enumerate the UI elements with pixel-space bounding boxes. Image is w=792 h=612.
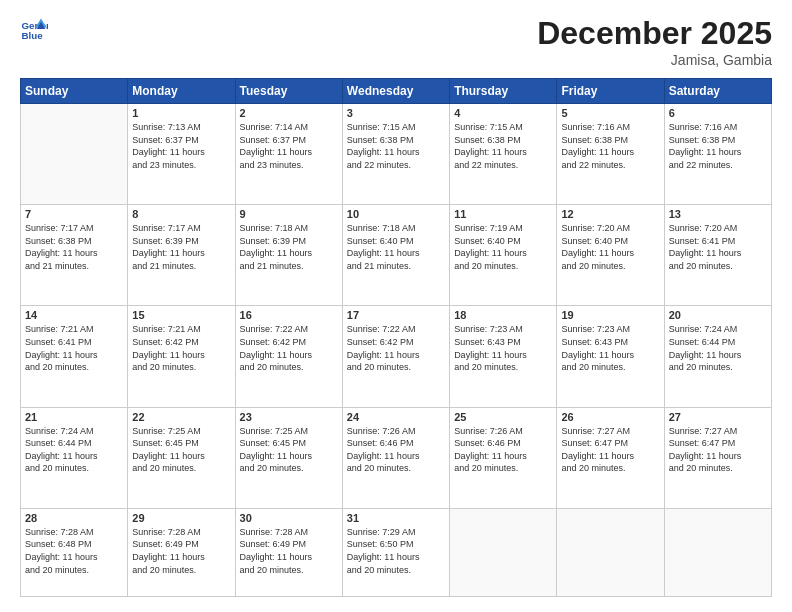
day-info: Sunrise: 7:28 AMSunset: 6:48 PMDaylight:… <box>25 526 123 576</box>
day-info: Sunrise: 7:18 AMSunset: 6:39 PMDaylight:… <box>240 222 338 272</box>
table-row: 2Sunrise: 7:14 AMSunset: 6:37 PMDaylight… <box>235 104 342 205</box>
table-row: 11Sunrise: 7:19 AMSunset: 6:40 PMDayligh… <box>450 205 557 306</box>
table-row: 16Sunrise: 7:22 AMSunset: 6:42 PMDayligh… <box>235 306 342 407</box>
table-row: 23Sunrise: 7:25 AMSunset: 6:45 PMDayligh… <box>235 407 342 508</box>
logo: General Blue <box>20 15 52 43</box>
month-title: December 2025 <box>537 15 772 52</box>
table-row: 24Sunrise: 7:26 AMSunset: 6:46 PMDayligh… <box>342 407 449 508</box>
day-number: 17 <box>347 309 445 321</box>
table-row: 26Sunrise: 7:27 AMSunset: 6:47 PMDayligh… <box>557 407 664 508</box>
day-info: Sunrise: 7:28 AMSunset: 6:49 PMDaylight:… <box>132 526 230 576</box>
day-number: 24 <box>347 411 445 423</box>
day-info: Sunrise: 7:16 AMSunset: 6:38 PMDaylight:… <box>561 121 659 171</box>
table-row: 1Sunrise: 7:13 AMSunset: 6:37 PMDaylight… <box>128 104 235 205</box>
table-row: 13Sunrise: 7:20 AMSunset: 6:41 PMDayligh… <box>664 205 771 306</box>
day-info: Sunrise: 7:17 AMSunset: 6:39 PMDaylight:… <box>132 222 230 272</box>
table-row: 8Sunrise: 7:17 AMSunset: 6:39 PMDaylight… <box>128 205 235 306</box>
table-row: 30Sunrise: 7:28 AMSunset: 6:49 PMDayligh… <box>235 508 342 596</box>
table-row: 14Sunrise: 7:21 AMSunset: 6:41 PMDayligh… <box>21 306 128 407</box>
table-row: 17Sunrise: 7:22 AMSunset: 6:42 PMDayligh… <box>342 306 449 407</box>
col-tuesday: Tuesday <box>235 79 342 104</box>
table-row: 22Sunrise: 7:25 AMSunset: 6:45 PMDayligh… <box>128 407 235 508</box>
day-number: 6 <box>669 107 767 119</box>
table-row: 19Sunrise: 7:23 AMSunset: 6:43 PMDayligh… <box>557 306 664 407</box>
day-number: 27 <box>669 411 767 423</box>
day-info: Sunrise: 7:14 AMSunset: 6:37 PMDaylight:… <box>240 121 338 171</box>
day-number: 19 <box>561 309 659 321</box>
col-thursday: Thursday <box>450 79 557 104</box>
day-number: 21 <box>25 411 123 423</box>
day-number: 5 <box>561 107 659 119</box>
day-info: Sunrise: 7:29 AMSunset: 6:50 PMDaylight:… <box>347 526 445 576</box>
day-number: 15 <box>132 309 230 321</box>
col-wednesday: Wednesday <box>342 79 449 104</box>
table-row: 20Sunrise: 7:24 AMSunset: 6:44 PMDayligh… <box>664 306 771 407</box>
day-number: 30 <box>240 512 338 524</box>
day-info: Sunrise: 7:23 AMSunset: 6:43 PMDaylight:… <box>561 323 659 373</box>
day-info: Sunrise: 7:24 AMSunset: 6:44 PMDaylight:… <box>25 425 123 475</box>
calendar-table: Sunday Monday Tuesday Wednesday Thursday… <box>20 78 772 597</box>
table-row <box>450 508 557 596</box>
generalblue-icon: General Blue <box>20 15 48 43</box>
table-row: 15Sunrise: 7:21 AMSunset: 6:42 PMDayligh… <box>128 306 235 407</box>
table-row: 9Sunrise: 7:18 AMSunset: 6:39 PMDaylight… <box>235 205 342 306</box>
day-info: Sunrise: 7:16 AMSunset: 6:38 PMDaylight:… <box>669 121 767 171</box>
table-row: 18Sunrise: 7:23 AMSunset: 6:43 PMDayligh… <box>450 306 557 407</box>
table-row: 21Sunrise: 7:24 AMSunset: 6:44 PMDayligh… <box>21 407 128 508</box>
day-number: 2 <box>240 107 338 119</box>
table-row: 12Sunrise: 7:20 AMSunset: 6:40 PMDayligh… <box>557 205 664 306</box>
header: General Blue December 2025 Jamisa, Gambi… <box>20 15 772 68</box>
day-info: Sunrise: 7:21 AMSunset: 6:41 PMDaylight:… <box>25 323 123 373</box>
header-row: Sunday Monday Tuesday Wednesday Thursday… <box>21 79 772 104</box>
page: General Blue December 2025 Jamisa, Gambi… <box>0 0 792 612</box>
title-block: December 2025 Jamisa, Gambia <box>537 15 772 68</box>
table-row: 29Sunrise: 7:28 AMSunset: 6:49 PMDayligh… <box>128 508 235 596</box>
table-row: 3Sunrise: 7:15 AMSunset: 6:38 PMDaylight… <box>342 104 449 205</box>
day-info: Sunrise: 7:27 AMSunset: 6:47 PMDaylight:… <box>561 425 659 475</box>
day-number: 12 <box>561 208 659 220</box>
table-row <box>21 104 128 205</box>
day-number: 9 <box>240 208 338 220</box>
day-info: Sunrise: 7:22 AMSunset: 6:42 PMDaylight:… <box>240 323 338 373</box>
day-number: 23 <box>240 411 338 423</box>
day-number: 4 <box>454 107 552 119</box>
day-number: 7 <box>25 208 123 220</box>
day-info: Sunrise: 7:26 AMSunset: 6:46 PMDaylight:… <box>347 425 445 475</box>
day-number: 11 <box>454 208 552 220</box>
day-info: Sunrise: 7:25 AMSunset: 6:45 PMDaylight:… <box>240 425 338 475</box>
svg-text:Blue: Blue <box>21 30 43 41</box>
table-row: 31Sunrise: 7:29 AMSunset: 6:50 PMDayligh… <box>342 508 449 596</box>
col-monday: Monday <box>128 79 235 104</box>
day-number: 3 <box>347 107 445 119</box>
day-info: Sunrise: 7:20 AMSunset: 6:41 PMDaylight:… <box>669 222 767 272</box>
day-info: Sunrise: 7:21 AMSunset: 6:42 PMDaylight:… <box>132 323 230 373</box>
table-row: 25Sunrise: 7:26 AMSunset: 6:46 PMDayligh… <box>450 407 557 508</box>
day-info: Sunrise: 7:15 AMSunset: 6:38 PMDaylight:… <box>454 121 552 171</box>
day-info: Sunrise: 7:19 AMSunset: 6:40 PMDaylight:… <box>454 222 552 272</box>
day-number: 13 <box>669 208 767 220</box>
col-saturday: Saturday <box>664 79 771 104</box>
table-row: 10Sunrise: 7:18 AMSunset: 6:40 PMDayligh… <box>342 205 449 306</box>
day-number: 16 <box>240 309 338 321</box>
day-number: 14 <box>25 309 123 321</box>
day-info: Sunrise: 7:18 AMSunset: 6:40 PMDaylight:… <box>347 222 445 272</box>
day-info: Sunrise: 7:17 AMSunset: 6:38 PMDaylight:… <box>25 222 123 272</box>
table-row: 7Sunrise: 7:17 AMSunset: 6:38 PMDaylight… <box>21 205 128 306</box>
day-info: Sunrise: 7:22 AMSunset: 6:42 PMDaylight:… <box>347 323 445 373</box>
day-info: Sunrise: 7:13 AMSunset: 6:37 PMDaylight:… <box>132 121 230 171</box>
day-info: Sunrise: 7:20 AMSunset: 6:40 PMDaylight:… <box>561 222 659 272</box>
day-number: 28 <box>25 512 123 524</box>
day-info: Sunrise: 7:28 AMSunset: 6:49 PMDaylight:… <box>240 526 338 576</box>
day-number: 20 <box>669 309 767 321</box>
day-number: 25 <box>454 411 552 423</box>
table-row: 4Sunrise: 7:15 AMSunset: 6:38 PMDaylight… <box>450 104 557 205</box>
day-number: 8 <box>132 208 230 220</box>
day-info: Sunrise: 7:25 AMSunset: 6:45 PMDaylight:… <box>132 425 230 475</box>
col-friday: Friday <box>557 79 664 104</box>
day-info: Sunrise: 7:15 AMSunset: 6:38 PMDaylight:… <box>347 121 445 171</box>
day-number: 31 <box>347 512 445 524</box>
day-number: 22 <box>132 411 230 423</box>
table-row <box>664 508 771 596</box>
table-row: 6Sunrise: 7:16 AMSunset: 6:38 PMDaylight… <box>664 104 771 205</box>
day-info: Sunrise: 7:24 AMSunset: 6:44 PMDaylight:… <box>669 323 767 373</box>
